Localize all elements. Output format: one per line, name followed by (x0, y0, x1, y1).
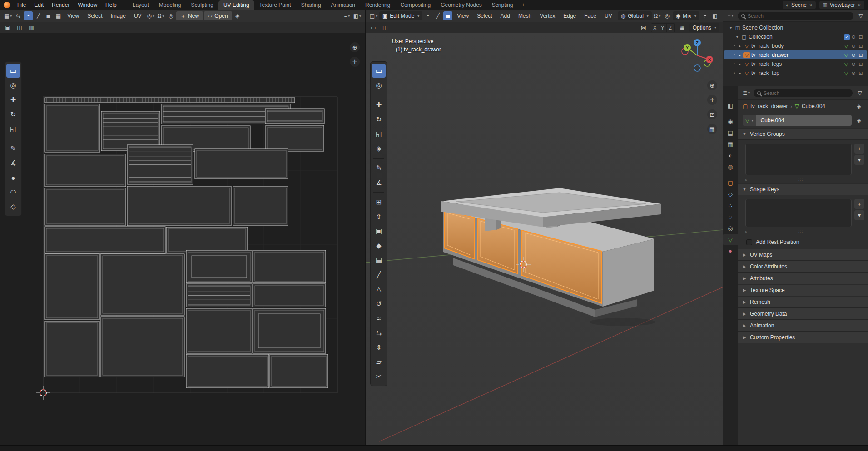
uv-island[interactable] (186, 354, 269, 388)
add-workspace-button[interactable]: + (518, 0, 529, 10)
vertex-mode-button[interactable]: • (423, 11, 432, 20)
menu-edit[interactable]: Edit (30, 1, 47, 9)
properties-tab-render[interactable]: ◉ (723, 116, 738, 127)
uv-menu-select[interactable]: Select (84, 12, 106, 20)
tool-extrude[interactable]: ⇧ (372, 210, 386, 223)
editor-type-button[interactable]: ▦▾ (3, 11, 13, 20)
proportional-editing-icon[interactable]: ◎ (663, 11, 672, 20)
panel-header-color-attributes[interactable]: ▶ Color Attributes (738, 261, 868, 273)
tool-select-box[interactable]: ▭ (372, 64, 386, 78)
vp-menu-vertex[interactable]: Vertex (536, 12, 559, 20)
uv-menu-uv[interactable]: UV (130, 12, 145, 20)
properties-tab-object[interactable]: ▢ (723, 177, 738, 188)
tool-inset-faces[interactable]: ▣ (372, 224, 386, 238)
tab-uv-editing[interactable]: UV Editing (218, 0, 254, 10)
outliner-row-collection[interactable]: ▾ ▢ Collection ✓ ⊙ ⊡ (724, 32, 867, 41)
uv-island[interactable] (127, 186, 231, 226)
pin-icon[interactable]: ◈ (233, 11, 242, 20)
pan-hand-icon[interactable]: ✛ (350, 57, 360, 67)
vp-active-tool-icon[interactable]: ▭ (369, 23, 378, 32)
hide-eye-icon[interactable]: ⊙ (850, 70, 857, 76)
panel-header-vertex-groups[interactable]: ▼ Vertex Groups (738, 128, 868, 140)
viewport-editor-type-button[interactable]: ◫▾ (369, 11, 378, 20)
vp-tool-options-icon[interactable]: ◫ (381, 23, 390, 32)
tool-rotate[interactable]: ↻ (6, 108, 20, 121)
tab-animation[interactable]: Animation (326, 0, 360, 10)
hide-eye-icon[interactable]: ⊙ (850, 52, 857, 58)
properties-tab-view-layer[interactable]: ▦ (723, 139, 738, 150)
uv-gizmos-button[interactable]: ◒▾ (342, 11, 352, 20)
xray-icon[interactable]: ◧ (710, 11, 719, 20)
tab-compositing[interactable]: Compositing (395, 0, 436, 10)
properties-search-input[interactable] (764, 90, 849, 96)
uv-island[interactable] (45, 321, 99, 377)
overlays-icon[interactable]: ◓ (700, 11, 709, 20)
outliner-search-input[interactable] (748, 13, 850, 19)
mesh-name-field[interactable]: Cube.004 (756, 115, 852, 126)
snapping-button[interactable]: Ω▾ (156, 11, 165, 20)
disclosure-triangle-icon[interactable]: ▸ (737, 44, 743, 48)
properties-editor-type-button[interactable]: ≣▾ (742, 89, 751, 98)
uv-island[interactable] (101, 254, 184, 315)
menu-file[interactable]: File (14, 1, 30, 9)
hide-eye-icon[interactable]: ⊙ (850, 61, 857, 67)
tab-texture-paint[interactable]: Texture Paint (254, 0, 296, 10)
gizmo-axis-minus-z[interactable] (694, 65, 700, 71)
uv-island[interactable] (266, 125, 324, 151)
uv-menu-image[interactable]: Image (107, 12, 129, 20)
uv-island[interactable] (186, 284, 252, 307)
disable-render-icon[interactable]: ⊡ (857, 34, 864, 40)
uv-island[interactable] (233, 186, 288, 226)
shape-key-specials-button[interactable]: ▾ (854, 210, 864, 220)
zoom-icon[interactable]: ⊕ (707, 80, 717, 90)
mirror-x-toggle[interactable]: X (651, 24, 659, 32)
uv-island[interactable] (186, 250, 252, 283)
tab-shading[interactable]: Shading (296, 0, 326, 10)
tool-add-cube[interactable]: ⊞ (372, 195, 386, 209)
disable-render-icon[interactable]: ⊡ (857, 61, 864, 67)
uv-select-island-button[interactable]: ▦ (54, 11, 63, 20)
vp-menu-select[interactable]: Select (473, 12, 496, 20)
uv-island[interactable] (101, 317, 184, 377)
pin-id-icon[interactable]: ◈ (854, 102, 863, 111)
snap-magnet-icon[interactable]: Ω▾ (653, 11, 662, 20)
uv-menu-view[interactable]: View (64, 12, 83, 20)
properties-tab-data[interactable]: ▽ (723, 234, 738, 245)
properties-search[interactable] (754, 89, 853, 97)
properties-tab-output[interactable]: ▤ (723, 127, 738, 139)
disclosure-triangle-icon[interactable]: ▸ (737, 62, 743, 66)
navigation-gizmo[interactable]: Z X Y (677, 35, 718, 76)
remove-viewlayer-icon[interactable]: × (858, 2, 861, 8)
tool-shear[interactable]: ▱ (372, 355, 386, 369)
tool-move[interactable]: ✚ (6, 93, 20, 107)
vertex-group-specials-button[interactable]: ▾ (854, 155, 864, 165)
outliner-search[interactable] (738, 12, 853, 20)
disclosure-triangle-icon[interactable]: ▾ (728, 25, 734, 30)
shape-keys-list[interactable] (745, 199, 852, 227)
panel-header-remesh[interactable]: ▶ Remesh (738, 296, 868, 308)
tab-sculpting[interactable]: Sculpting (186, 0, 218, 10)
menu-render[interactable]: Render (48, 1, 73, 9)
add-shape-key-button[interactable]: ＋ (854, 199, 864, 209)
uv-island[interactable] (45, 254, 99, 320)
uv-sync-toggle[interactable]: ⇆ (14, 11, 23, 20)
toggle-perspective-icon[interactable]: ▦ (707, 124, 717, 134)
tool-cursor[interactable]: ◎ (372, 79, 386, 92)
tool-pinch[interactable]: ◇ (6, 200, 20, 213)
uv-select-edge-button[interactable]: ╱ (34, 11, 43, 20)
tool-rip-region[interactable]: ✂ (372, 370, 386, 383)
outliner-row-tv-rack-drawer[interactable]: • ▸ ▽ tv_rack_drawer ▽ ⊙ ⊡ (724, 50, 867, 59)
properties-filter-icon[interactable]: ▽ (855, 89, 864, 98)
panel-header-animation[interactable]: ▶ Animation (738, 320, 868, 332)
collection-checkbox[interactable]: ✓ (844, 34, 850, 40)
outliner-filter-icon[interactable]: ▽ (856, 11, 865, 20)
vp-menu-edge[interactable]: Edge (560, 12, 580, 20)
outliner-row-tv-rack-body[interactable]: • ▸ ▽ tv_rack_body ▽ ⊙ ⊡ (724, 41, 867, 50)
uv-overlays-button[interactable]: ◧▾ (352, 11, 362, 20)
uv-island[interactable] (195, 149, 288, 179)
tool-measure[interactable]: ∡ (372, 176, 386, 189)
transform-orientation-dropdown[interactable]: ◍ Global ▾ (618, 11, 652, 20)
uv-island[interactable] (186, 308, 252, 353)
hide-eye-icon[interactable]: ⊙ (850, 43, 857, 49)
tool-smooth[interactable]: ≈ (372, 312, 386, 325)
